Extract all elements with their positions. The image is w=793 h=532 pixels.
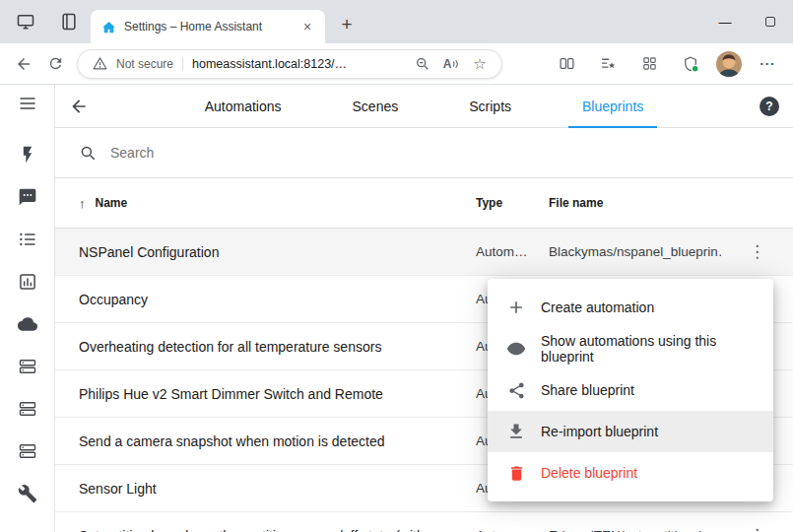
row-overflow-menu-icon[interactable]: ⋮ [746, 241, 769, 262]
wrench-icon [18, 484, 37, 503]
download-icon [505, 421, 527, 442]
help-icon: ? [760, 97, 779, 116]
server-stack-icon [18, 357, 37, 376]
menu-item-share-blueprint[interactable]: Share blueprint [488, 369, 773, 411]
row-overflow-menu-icon[interactable]: ⋮ [746, 525, 769, 532]
browser-menu-icon[interactable]: ⋯ [752, 48, 783, 80]
menu-item-reimport-blueprint[interactable]: Re-import blueprint [488, 411, 773, 452]
sidebar-item-energy[interactable] [8, 143, 47, 166]
server-stack-icon [18, 399, 37, 419]
maximize-icon [765, 17, 775, 27]
sidebar-item-server-2[interactable] [8, 397, 47, 421]
extensions-icon[interactable] [633, 48, 665, 80]
tab-automations[interactable]: Automations [191, 85, 296, 127]
column-header-file[interactable]: File name [549, 196, 721, 210]
lightning-icon [18, 145, 37, 165]
sidebar-menu-icon[interactable] [8, 92, 47, 115]
ha-nav-tabs: Automations Scenes Scripts Blueprints [102, 85, 746, 127]
search-icon [79, 144, 97, 162]
refresh-button[interactable] [39, 48, 71, 80]
cloud-icon [18, 314, 37, 334]
chart-box-icon [18, 272, 37, 292]
address-bar[interactable]: Not secure homeassistant.local:8123/… A … [77, 49, 502, 79]
tab-scripts[interactable]: Scripts [455, 85, 525, 127]
sidebar-item-cloud[interactable] [8, 312, 47, 336]
window-minimize-button[interactable]: — [702, 0, 748, 43]
notebook-icon[interactable] [57, 10, 81, 33]
blueprint-name: Occupancy [79, 292, 476, 307]
new-tab-button[interactable]: + [333, 11, 361, 38]
chat-icon [18, 187, 37, 207]
zoom-out-icon[interactable] [411, 53, 434, 75]
tab-blueprints[interactable]: Blueprints [568, 85, 657, 127]
blueprint-name: Overheating detection for all temperatur… [79, 339, 476, 355]
sidebar-item-assist[interactable] [8, 185, 47, 209]
home-assistant-favicon [100, 19, 116, 34]
not-secure-warning-icon [88, 53, 111, 75]
monitor-icon[interactable] [14, 10, 37, 33]
tab-title: Settings – Home Assistant [124, 20, 292, 33]
split-screen-icon[interactable] [551, 48, 582, 80]
url-text: homeassistant.local:8123/… [192, 57, 406, 71]
menu-item-delete-blueprint[interactable]: Delete blueprint [488, 452, 773, 494]
browser-toolbar: Not secure homeassistant.local:8123/… A … [0, 43, 793, 85]
table-row-set-entities[interactable]: Set entities based on other entities new… [55, 512, 793, 532]
blueprint-context-menu: Create automation Show automations using… [488, 279, 773, 501]
sort-ascending-icon: ↑ [79, 196, 86, 211]
menu-item-create-automation[interactable]: Create automation [488, 287, 773, 328]
sidebar-item-todo[interactable] [8, 228, 47, 251]
tab-scenes[interactable]: Scenes [339, 85, 413, 127]
blueprint-name: Set entities based on other entities new… [79, 528, 476, 532]
sidebar-item-server-1[interactable] [8, 355, 47, 378]
search-input[interactable] [110, 145, 769, 161]
blueprint-type: Autom… [476, 528, 549, 532]
blueprint-name: Sensor Light [79, 481, 476, 497]
back-button[interactable] [8, 48, 39, 80]
plus-icon [505, 297, 527, 318]
sidebar-item-history[interactable] [8, 270, 47, 294]
read-aloud-icon[interactable]: A [439, 53, 463, 75]
arrow-left-icon [69, 97, 89, 116]
search-row [55, 128, 793, 178]
share-icon [505, 379, 527, 401]
ha-header: Automations Scenes Scripts Blueprints ? [55, 85, 793, 128]
ha-back-button[interactable] [55, 85, 102, 127]
browser-tab-strip: Settings – Home Assistant × + — [0, 0, 793, 43]
toolbar-right-icons: ⋯ [551, 48, 785, 80]
column-header-type[interactable]: Type [476, 196, 549, 210]
blueprint-name: NSPanel Configuration [79, 244, 476, 260]
favorite-star-icon[interactable]: ☆ [468, 53, 492, 75]
profile-avatar[interactable] [716, 51, 742, 77]
blueprint-type: Autom… [476, 244, 549, 259]
blueprint-name: Send a camera snapshot when motion is de… [79, 433, 476, 449]
address-divider [182, 57, 183, 71]
trash-icon [505, 462, 527, 484]
extension-with-status-icon[interactable] [675, 48, 706, 80]
tab-close-icon[interactable]: × [299, 19, 315, 34]
eye-icon [505, 338, 527, 360]
column-header-name[interactable]: ↑ Name [79, 196, 476, 211]
window-controls: — [702, 0, 793, 43]
window-maximize-button[interactable] [748, 0, 793, 43]
sidebar-item-server-3[interactable] [8, 439, 47, 463]
blueprint-name: Philips Hue v2 Smart Dimmer Switch and R… [79, 386, 476, 402]
list-icon [18, 230, 37, 249]
sidebar-item-settings[interactable] [8, 482, 47, 505]
ha-sidebar [0, 85, 55, 532]
table-header: ↑ Name Type File name [55, 178, 793, 229]
browser-tab[interactable]: Settings – Home Assistant × [91, 10, 325, 43]
blueprint-file: Blackymas/nspanel_blueprin… [549, 244, 721, 259]
server-stack-icon [18, 441, 37, 461]
help-button[interactable]: ? [746, 85, 793, 127]
favorites-icon[interactable] [592, 48, 624, 80]
blueprint-file: EdwardTEN/set_entities_bas… [549, 528, 721, 532]
security-label: Not secure [116, 57, 173, 71]
table-row-nspanel[interactable]: NSPanel Configuration Autom… Blackymas/n… [55, 229, 793, 276]
menu-item-show-automations[interactable]: Show automations using this blueprint [488, 328, 773, 369]
